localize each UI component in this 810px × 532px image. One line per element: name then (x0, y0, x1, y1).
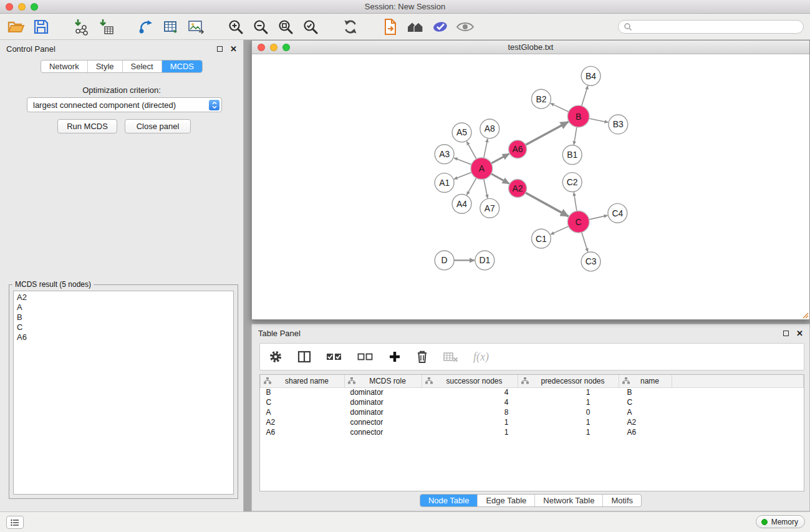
tab-select[interactable]: Select (122, 60, 162, 72)
deselect-all-rows-button[interactable] (357, 351, 374, 362)
resize-grip-icon[interactable] (801, 311, 809, 319)
table-cell[interactable]: C (619, 397, 672, 407)
mcds-result-item[interactable]: A6 (16, 332, 231, 342)
tab-motifs[interactable]: Motifs (602, 495, 641, 506)
graph-node-A8[interactable]: A8 (480, 119, 499, 138)
table-cell[interactable]: A2 (261, 417, 345, 427)
table-cell[interactable]: 1 (518, 427, 619, 437)
graph-node-B4[interactable]: B4 (581, 66, 600, 85)
graph-node-A6[interactable]: A6 (509, 140, 527, 158)
tab-edge-table[interactable]: Edge Table (477, 495, 534, 506)
mcds-result-item[interactable]: A2 (16, 293, 231, 302)
table-cell[interactable]: dominator (345, 397, 422, 407)
graph-node-C3[interactable]: C3 (581, 252, 600, 271)
graph-node-C2[interactable]: C2 (562, 173, 582, 192)
zoom-in-button[interactable] (226, 17, 246, 37)
table-cell[interactable]: 1 (518, 387, 619, 397)
table-cell[interactable]: 1 (422, 417, 518, 427)
table-cell[interactable]: B (619, 387, 672, 397)
apply-style-button[interactable] (430, 17, 450, 37)
table-cell[interactable]: C (261, 397, 345, 407)
graph-node-A[interactable]: A (471, 158, 493, 180)
graph-node-B2[interactable]: B2 (531, 89, 551, 109)
table-cell[interactable]: 1 (518, 397, 619, 407)
table-cell[interactable]: A6 (619, 427, 672, 437)
show-graphics-button[interactable] (455, 17, 475, 37)
table-cell[interactable]: 4 (422, 387, 518, 397)
zoom-out-button[interactable] (251, 17, 271, 37)
graph-node-A1[interactable]: A1 (435, 173, 454, 193)
column-header-name[interactable]: name (619, 375, 672, 387)
add-column-button[interactable] (388, 351, 401, 363)
graph-node-B3[interactable]: B3 (609, 115, 628, 134)
mcds-result-item[interactable]: C (16, 322, 231, 332)
close-table-panel-icon[interactable]: ✕ (796, 331, 803, 336)
save-session-button[interactable] (31, 17, 51, 37)
graph-node-D[interactable]: D (435, 251, 454, 270)
table-cell[interactable]: A6 (261, 427, 345, 437)
close-window-button[interactable] (6, 3, 13, 11)
column-header-MCDS-role[interactable]: MCDS role (345, 375, 422, 387)
new-network-button[interactable] (136, 17, 156, 37)
table-row[interactable]: A2connector11A2 (261, 417, 804, 427)
graph-node-A4[interactable]: A4 (452, 194, 471, 213)
table-cell[interactable]: connector (345, 417, 422, 427)
column-header-shared-name[interactable]: shared name (261, 375, 345, 387)
tab-network[interactable]: Network (41, 60, 87, 72)
new-table-button[interactable] (161, 17, 181, 37)
document-arrow-button[interactable] (380, 17, 400, 37)
column-header-predecessor-nodes[interactable]: predecessor nodes (518, 375, 619, 387)
tab-mcds[interactable]: MCDS (162, 60, 202, 72)
column-header-successor-nodes[interactable]: successor nodes (422, 375, 518, 387)
network-window-titlebar[interactable]: testGlobe.txt (252, 41, 809, 54)
table-cell[interactable]: A (261, 407, 345, 417)
table-settings-button[interactable] (269, 350, 282, 364)
graph-node-A2[interactable]: A2 (509, 180, 527, 198)
function-builder-button[interactable]: f(x) (473, 351, 489, 364)
table-cell[interactable]: 1 (422, 427, 518, 437)
run-mcds-button[interactable]: Run MCDS (57, 119, 117, 133)
delete-table-button[interactable] (443, 351, 458, 362)
search-field[interactable] (618, 20, 804, 34)
criterion-dropdown[interactable]: largest connected component (directed) (27, 97, 222, 112)
graph-node-C1[interactable]: C1 (531, 229, 551, 248)
zoom-fit-button[interactable] (276, 17, 296, 37)
graph-node-A5[interactable]: A5 (452, 123, 471, 142)
toggle-columns-button[interactable] (297, 351, 311, 363)
close-panel-button[interactable]: Close panel (125, 119, 191, 133)
open-session-button[interactable] (6, 17, 26, 37)
graph-node-A7[interactable]: A7 (480, 198, 499, 218)
memory-button[interactable]: Memory (756, 515, 805, 528)
delete-column-button[interactable] (416, 350, 428, 364)
tab-node-table[interactable]: Node Table (420, 495, 478, 506)
close-panel-icon[interactable]: ✕ (230, 46, 237, 52)
table-cell[interactable]: 4 (422, 397, 518, 407)
zoom-network-button[interactable] (282, 44, 290, 51)
table-row[interactable]: Cdominator41C (261, 397, 804, 407)
close-network-button[interactable] (258, 44, 265, 51)
search-input[interactable] (635, 22, 798, 31)
refresh-button[interactable] (340, 17, 360, 37)
mcds-result-item[interactable]: B (16, 312, 231, 322)
table-cell[interactable]: 1 (518, 417, 619, 427)
table-cell[interactable]: 8 (422, 407, 518, 417)
mcds-result-list[interactable]: A2ABCA6 (13, 291, 234, 495)
minimize-network-button[interactable] (270, 44, 277, 51)
home-button[interactable] (405, 17, 425, 37)
table-row[interactable]: Adominator80A (261, 407, 804, 417)
table-row[interactable]: A6connector11A6 (261, 427, 804, 437)
graph-node-C[interactable]: C (567, 211, 589, 233)
select-all-rows-button[interactable] (326, 351, 342, 362)
graph-node-C4[interactable]: C4 (608, 203, 627, 223)
zoom-window-button[interactable] (31, 3, 38, 11)
table-cell[interactable]: dominator (345, 387, 422, 397)
minimize-window-button[interactable] (18, 3, 26, 11)
table-cell[interactable]: dominator (345, 407, 422, 417)
graph-node-B1[interactable]: B1 (562, 145, 582, 165)
zoom-selected-button[interactable] (301, 17, 321, 37)
task-history-button[interactable] (6, 516, 24, 529)
network-canvas[interactable]: B4B2BB3A5A8A6B1A3AC2A1A2A4A7C4CC1C3DD1 (253, 55, 809, 319)
tab-network-table[interactable]: Network Table (534, 495, 602, 506)
graph-node-B[interactable]: B (567, 105, 589, 127)
import-table-button[interactable] (96, 17, 116, 37)
